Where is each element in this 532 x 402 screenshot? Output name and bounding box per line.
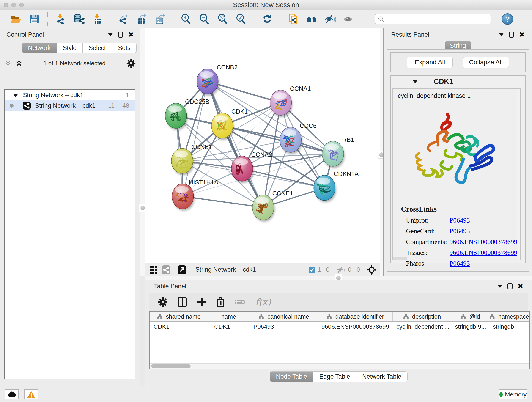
network-node-CDK1[interactable]: CDK1 — [211, 108, 248, 140]
column-header-description[interactable]: description — [393, 312, 451, 321]
crosslink-link[interactable]: P06493 — [450, 260, 470, 267]
first-neighbors-button[interactable] — [302, 12, 321, 27]
show-all-button[interactable] — [339, 12, 357, 27]
panel-menu-icon[interactable] — [499, 33, 504, 36]
network-canvas[interactable]: CCNB2CCNA1CDC25BCDK1CDC6RB1CCNB1CCNA2CDK… — [145, 28, 380, 263]
crosslink-link[interactable]: P06493 — [450, 227, 470, 235]
network-node-HIST1H1A[interactable]: HIST1H1A — [172, 179, 218, 211]
float-panel-icon[interactable] — [509, 32, 514, 38]
column-header-name[interactable]: name — [208, 312, 250, 321]
table-row[interactable]: CDK1 CDK1 P06493 9606.ENSP00000378699 cy… — [150, 322, 529, 332]
cell-shared-name[interactable]: CDK1 — [150, 322, 208, 332]
table-horizontal-scrollbar[interactable] — [150, 364, 529, 369]
show-columns-icon[interactable] — [177, 297, 187, 307]
hide-selected-button[interactable] — [321, 12, 339, 27]
search-box[interactable] — [375, 14, 491, 24]
export-network-button[interactable] — [114, 12, 133, 27]
tab-network-table[interactable]: Network Table — [356, 371, 408, 382]
selected-checkbox-icon[interactable] — [308, 266, 315, 273]
panel-menu-icon[interactable] — [497, 285, 502, 288]
cell-name[interactable]: CDK1 — [208, 322, 250, 332]
table-splitter[interactable] — [145, 276, 532, 280]
splitter-handle[interactable] — [140, 206, 145, 210]
network-row[interactable]: String Network – cdk1 11 48 — [5, 100, 135, 111]
tab-network[interactable]: Network — [22, 43, 57, 53]
network-options-gear-icon[interactable] — [126, 58, 136, 68]
export-image-button[interactable] — [151, 12, 169, 27]
tab-select[interactable]: Select — [83, 43, 112, 53]
zoom-out-button[interactable] — [195, 12, 214, 27]
collapse-gene-icon[interactable] — [413, 80, 418, 83]
cell-database-identifier[interactable]: 9606.ENSP00000378699 — [318, 322, 393, 332]
tab-edge-table[interactable]: Edge Table — [313, 371, 356, 382]
close-panel-icon[interactable]: ✖ — [519, 31, 525, 38]
save-session-button[interactable] — [25, 12, 44, 27]
delete-column-trash-icon[interactable] — [216, 297, 225, 307]
column-header-namespace[interactable]: namespace — [489, 312, 529, 321]
gene-header[interactable]: CDK1 — [391, 76, 525, 88]
zoom-selected-button[interactable] — [232, 12, 250, 27]
cell-canonical-name[interactable]: P06493 — [250, 322, 318, 332]
warnings-button[interactable] — [24, 389, 38, 400]
column-header-canonical-name[interactable]: canonical name — [250, 312, 318, 321]
panel-menu-icon[interactable] — [108, 33, 113, 36]
grid-view-icon[interactable] — [149, 265, 158, 274]
refresh-button[interactable] — [258, 12, 276, 27]
right-splitter[interactable] — [380, 28, 383, 280]
zoom-in-button[interactable] — [177, 12, 195, 27]
column-header-database-identifier[interactable]: database identifier — [318, 312, 393, 321]
network-edge[interactable] — [208, 81, 263, 207]
crosslink-link[interactable]: 9606.ENSP00000378699 — [450, 238, 517, 246]
memory-button[interactable]: Memory — [499, 389, 527, 400]
collapse-all-button[interactable]: Collapse All — [463, 57, 509, 68]
tab-sets[interactable]: Sets — [112, 43, 137, 53]
help-button[interactable]: ? — [502, 13, 513, 25]
float-panel-icon[interactable] — [507, 283, 513, 289]
tab-style[interactable]: Style — [57, 43, 83, 53]
close-panel-icon[interactable]: ✖ — [518, 283, 523, 290]
import-network-file-button[interactable] — [51, 12, 70, 27]
network-node-RB1[interactable]: RB1 — [322, 136, 354, 168]
import-table-file-button[interactable] — [88, 12, 106, 27]
network-node-CCNE1[interactable]: CCNE1 — [253, 190, 293, 222]
network-node-CDC6[interactable]: CDC6 — [280, 122, 317, 154]
network-edge[interactable] — [242, 169, 325, 188]
import-network-database-button[interactable] — [70, 12, 88, 27]
splitter-handle[interactable] — [379, 153, 384, 157]
open-file-button[interactable] — [7, 12, 25, 27]
crosslink-link[interactable]: P06493 — [450, 217, 470, 224]
network-collection-row[interactable]: String Network – cdk1 1 — [5, 90, 135, 100]
search-input[interactable] — [386, 16, 487, 23]
column-header-id[interactable]: @id — [451, 312, 489, 321]
scrollbar-thumb[interactable] — [151, 364, 191, 368]
table-options-gear-icon[interactable] — [158, 297, 168, 307]
expand-all-icon[interactable] — [15, 60, 23, 67]
network-node-CDKN1A[interactable]: CDKN1A — [314, 171, 359, 202]
birdseye-view-icon[interactable] — [177, 265, 186, 274]
cell-id[interactable]: stringdb:9... — [451, 322, 489, 332]
close-panel-icon[interactable]: ✖ — [128, 31, 134, 38]
tab-node-table[interactable]: Node Table — [270, 371, 313, 382]
network-graph[interactable]: CCNB2CCNA1CDC25BCDK1CDC6RB1CCNB1CCNA2CDK… — [146, 28, 380, 263]
expand-all-button[interactable]: Expand All — [407, 57, 453, 68]
copy-network-button[interactable] — [284, 12, 302, 27]
crosslink-link[interactable]: 9606.ENSP00000378699 — [450, 249, 517, 256]
network-edge[interactable] — [183, 196, 263, 207]
export-table-button[interactable] — [133, 12, 151, 27]
float-panel-icon[interactable] — [118, 32, 123, 38]
cloud-status-button[interactable] — [5, 389, 19, 400]
zoom-fit-button[interactable] — [214, 12, 232, 27]
results-horizontal-scrollbar[interactable] — [393, 257, 407, 260]
network-view-share-icon[interactable] — [162, 265, 171, 274]
cell-description[interactable]: cyclin–dependent ... — [393, 322, 451, 332]
column-header-shared-name[interactable]: shared name — [150, 312, 208, 321]
collapse-all-icon[interactable] — [4, 60, 12, 67]
left-splitter[interactable] — [140, 28, 145, 276]
add-column-icon[interactable] — [196, 297, 207, 307]
splitter-handle[interactable] — [336, 276, 341, 280]
results-vertical-scrollbar[interactable] — [517, 89, 520, 260]
fit-content-crosshair-icon[interactable] — [367, 265, 377, 275]
collapse-triangle-icon[interactable] — [13, 94, 18, 97]
cell-namespace[interactable]: stringdb — [489, 322, 529, 332]
network-node-CCNB2[interactable]: CCNB2 — [197, 64, 238, 96]
